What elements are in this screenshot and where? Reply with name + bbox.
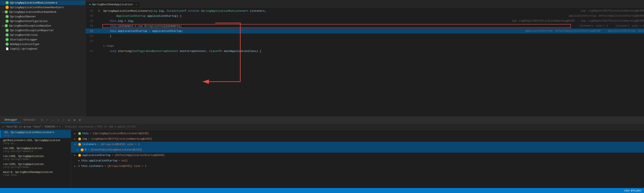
code-editor: ● SpringBootDemoApplication ✕ 48 @ Sprin… [86,0,644,116]
var-value: {SpringApplicationRunListeners@1430} [93,132,149,135]
sidebar-item[interactable]: 📄log4j2.springboot [0,47,86,51]
var-value: null [122,159,128,162]
var-item[interactable]: ▶∞ this.listeners={ArrayList@1431} size … [71,163,644,169]
var-item[interactable]: ▶E0={EventPublishingRunListener@1433} [71,147,644,153]
code-line-54: 54 [86,39,644,44]
var-value: {DefaultApplicationStartup@1040} [115,154,165,157]
sidebar-item[interactable]: GSpringBootExceptionReporter [0,28,86,33]
class-icon: G [6,20,9,23]
var-name: log [82,137,87,140]
expand-arrow: ▼ [74,143,77,146]
status-bar-text: CSDN @半山烛行 [624,189,642,192]
stack-item[interactable]: run:1306, SpringApplication (org.springf… [0,154,71,162]
code-line-51: 51 this.listeners = new ArrayList<>(list… [86,24,644,29]
stack-item[interactable]: main:9, SpringBootDemoApplication (com.f… [0,170,71,178]
run-status: ✓ "main"@1 in group "main": RUNNING ▾ ▾ [2,125,61,128]
sidebar-item[interactable]: ▶GSpringBootExceptionHandler [0,24,86,28]
class-icon: G [4,24,8,28]
close-tab-icon[interactable]: ✕ [136,3,137,6]
var-eq: = [90,132,92,135]
var-icon: O [78,137,81,140]
var-icon: E [81,148,84,151]
sidebar-item-label: StartupInfoLogger [10,38,38,41]
filter-icon[interactable]: ▾ [56,125,58,128]
debug-panel: Debugger Console ≡ ↑ ↓ ↕ ↑ ⇄ ⊞ ≣ ✓ "main… [0,116,644,188]
frame-name: main:9, SpringBootDemoApplication [3,171,53,174]
code-lines: 48 @ SpringApplicationRunListeners(Log l… [86,8,644,54]
expand-arrow: ▶ [74,132,77,135]
sidebar-item[interactable]: GSpringBootBanner [0,14,86,19]
sidebar-item-label: SpringBootBanner [10,15,36,18]
code-line-49: 49 ApplicationStartup applicationStartup… [86,14,644,19]
toolbar-btn-swap[interactable]: ⇄ [67,118,71,122]
toolbar-btn-resume[interactable]: ↑ [61,118,66,122]
toolbar-btn-list[interactable]: ≡ [40,118,44,122]
tab-console[interactable]: Console [20,117,38,123]
var-eq: = [112,154,114,157]
sidebar-item[interactable]: ▶GSpringApplicationShutdownHook [0,10,86,14]
var-name: ∞ this.listeners [78,165,103,168]
var-value: {LogAdapter$Slf4jLocationAwareLog@1403} [91,137,152,140]
variables-panel: ▶Gthis={SpringApplicationRunListeners@14… [71,130,644,188]
code-line-52: 52 ✓ this.applicationStartup = applicati… [86,29,644,34]
sidebar-item-label: SpringBootConfiguration [10,20,48,23]
editor-tab[interactable]: ● SpringBootDemoApplication ✕ [86,1,141,7]
stack-item[interactable]: run:298, SpringApplication (org.springfr… [0,146,71,154]
var-item[interactable]: ∞ this.applicationStartup=null [71,158,644,163]
var-icon: G [78,132,81,135]
sidebar-item[interactable]: GWebApplicationType [0,42,86,47]
class-icon: G [6,29,9,32]
var-eq: = [98,143,100,146]
var-value: {ArrayList@1419} size = 1 [100,143,140,146]
sidebar-item[interactable]: GStartupInfoLogger [0,37,86,42]
class-icon: G [6,15,9,18]
var-value: {EventPublishingRunListener@1433} [90,148,142,151]
call-stack: :52, SpringApplicationRunListeners (org.… [0,130,71,188]
frame-name: run:1295, SpringApplication [3,163,44,166]
tab-debugger[interactable]: Debugger [2,117,20,123]
sidebar: GSpringApplicationRunListenersiSpringApp… [0,0,86,116]
var-name: this [82,132,88,135]
filter-icon2[interactable]: ▾ [59,125,60,128]
var-icon: O [78,143,81,146]
class-icon: i [6,6,9,9]
stack-item[interactable]: getRunListeners:419, SpringApplication (… [0,138,71,146]
class-icon: G [6,1,9,5]
frame-name: getRunListeners:419, SpringApplication [3,139,60,142]
var-name: applicationStartup [82,154,110,157]
var-eq: = [104,165,106,168]
running-indicator: ✓ [2,125,4,128]
sidebar-item[interactable]: iSpringApplicationShutdownHandlers [0,5,86,10]
code-line-53: 53 } [86,34,644,39]
stack-item[interactable]: run:1295, SpringApplication (org.springf… [0,162,71,170]
var-item[interactable]: ▶Gthis={SpringApplicationRunListeners@14… [71,131,644,136]
file-icon: 📄 [6,47,9,51]
frame-file: (org.sp... [3,142,18,145]
sidebar-item[interactable]: GSpringBootConfiguration [0,19,86,24]
frame-name: run:1306, SpringApplication [3,155,44,158]
toolbar-btn-down[interactable]: ↓ [50,118,55,122]
eval-box[interactable]: Evaluate expression (⌥F8) or add a watch… [62,124,642,129]
debug-title-bar: ✓ "main"@1 in group "main": RUNNING ▾ ▾ … [0,124,644,130]
var-eq: = [119,159,120,162]
expand-arrow: ▶ [74,154,77,156]
frame-file: (org.s... [3,134,17,137]
toolbar-btn-updown[interactable]: ↕ [56,118,60,122]
frame-name: :52, SpringApplicationRunListeners [3,131,54,134]
class-icon: G [4,10,8,14]
toolbar-btn-up[interactable]: ↑ [45,118,50,122]
stack-item[interactable]: :52, SpringApplicationRunListeners (org.… [0,130,71,138]
run-status-text: "main"@1 in group "main": RUNNING [6,125,55,128]
code-line-55: 55 void starting(ConfigurableBootstrapCo… [86,49,644,54]
toolbar-btn-lines[interactable]: ≣ [78,118,82,122]
sidebar-item[interactable]: GSpringBootVersion [0,33,86,37]
var-item[interactable]: ▶Olog={LogAdapter$Slf4jLocationAwareLog@… [71,136,644,142]
debug-tab-bar: Debugger Console ≡ ↑ ↓ ↕ ↑ ⇄ ⊞ ≣ [0,117,644,124]
sidebar-item[interactable]: GSpringApplicationRunListeners [0,1,86,5]
main-container: GSpringApplicationRunListenersiSpringApp… [0,0,644,193]
var-item[interactable]: ▼Olisteners={ArrayList@1419} size = 1 [71,142,644,147]
toolbar-btn-grid[interactable]: ⊞ [72,118,77,122]
var-name: listeners [82,143,96,146]
var-item[interactable]: ▶OapplicationStartup={DefaultApplication… [71,153,644,158]
expand-arrow: ▶ [77,149,80,151]
